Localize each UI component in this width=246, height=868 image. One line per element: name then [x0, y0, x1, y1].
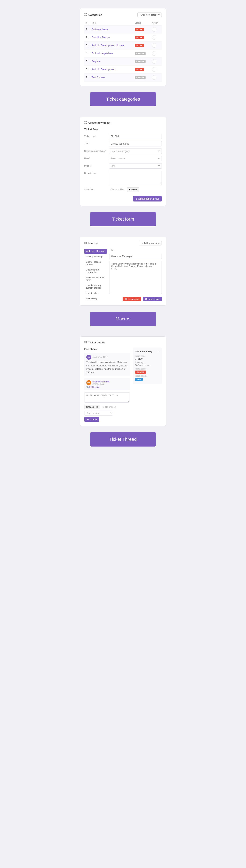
ticket-form-card: Create new ticket Ticket Form Ticket cod… [80, 117, 166, 206]
priority-row: Priority Low [84, 163, 162, 168]
no-file-label: No file chosen [102, 406, 116, 408]
table-row: 6Android DevelopmentActivei [84, 65, 162, 73]
row-action: i [150, 58, 162, 65]
macro-body[interactable]: Thank you very much for writing to us. T… [109, 261, 162, 294]
msg-date-1: Jun 08 Jun 2022 [93, 356, 108, 359]
row-title: Test Course [90, 73, 133, 82]
post-reply-button[interactable]: Post reply [84, 417, 99, 422]
macro-list-item[interactable]: Unable tasking custom project [84, 283, 107, 290]
ticket-form-header-left: Create new ticket [84, 121, 110, 124]
macro-list-item[interactable]: Waiting Message [84, 254, 107, 259]
submit-button[interactable]: Submit support ticket [133, 196, 162, 202]
delete-macro-button[interactable]: Delete macro [122, 297, 141, 301]
macro-title-input[interactable] [109, 254, 162, 259]
msg-date-2: 27 May 2022 [93, 383, 109, 385]
grid-icon [84, 13, 87, 17]
update-macro-button[interactable]: Update macro [143, 297, 162, 301]
row-status: Inactive [133, 50, 150, 58]
row-status: Inactive [133, 58, 150, 65]
categories-section-label: Ticket categories [90, 92, 156, 106]
macros-card-header: Macros + Add new macro [84, 241, 162, 245]
macro-list-item[interactable]: Web Design [84, 296, 107, 301]
ticket-layout: File check JD Jun 08 Jun 2022 This is a … [84, 347, 162, 422]
row-action: i [150, 73, 162, 82]
ticket-details-title: Ticket details [89, 341, 105, 344]
ticket-code-input[interactable] [109, 134, 162, 139]
status-badge: Inactive [135, 76, 146, 79]
summary-status-row: Ticket status Opened [135, 368, 160, 374]
row-num: 4 [84, 50, 90, 58]
action-button[interactable]: i [152, 51, 156, 56]
message-block-2: MR Mazrur Rahman 27 May 2022 📎 800953.jp… [84, 378, 130, 390]
ticket-form-section-label: Ticket form [90, 212, 156, 226]
macros-section-label: Macros [90, 312, 156, 326]
summary-expand-icon[interactable]: ↑ [158, 349, 160, 353]
ticket-main: File check JD Jun 08 Jun 2022 This is a … [84, 347, 130, 422]
title-input[interactable] [109, 141, 162, 147]
macro-list-item[interactable]: Cpanel access request [84, 259, 107, 267]
status-badge: Inactive [135, 60, 146, 63]
action-button[interactable]: i [152, 67, 156, 72]
title-row: Title * [84, 141, 162, 147]
msg-author-2: MR Mazrur Rahman 27 May 2022 [86, 380, 128, 385]
summary-status-key: Ticket status [135, 368, 160, 370]
ticket-code-row: Ticket code [84, 134, 162, 139]
action-button[interactable]: i [152, 43, 156, 48]
summary-code-val: 742139 [135, 358, 160, 360]
message-block-1: JD Jun 08 Jun 2022 This is a file permis… [84, 353, 130, 376]
summary-priority-row: Ticket priority New [135, 375, 160, 381]
description-label: Description [84, 171, 107, 175]
svg-rect-5 [86, 121, 87, 122]
macro-list-item[interactable]: Update Macro [84, 291, 107, 296]
ticket-thread-title: File check [84, 347, 130, 351]
svg-rect-15 [86, 342, 87, 343]
table-row: 5BeginnerInactivei [84, 58, 162, 65]
reply-textarea[interactable] [84, 392, 130, 403]
action-button[interactable]: i [152, 27, 156, 32]
summary-card: Ticket summary ↑ Ticket code 742139 Cate… [133, 347, 162, 384]
row-title: Android Development Update [90, 41, 133, 50]
browse-button[interactable]: Browse [127, 187, 139, 192]
macro-list-item[interactable]: Welcome Message [84, 249, 107, 254]
add-macro-button[interactable]: + Add new macro [140, 241, 162, 245]
row-action: i [150, 33, 162, 41]
svg-rect-6 [84, 123, 85, 124]
row-title: Graphics Design [90, 33, 133, 41]
file-input-row: Choose File Browse [109, 187, 139, 192]
summary-status-badge: Opened [135, 371, 146, 374]
avatar-1: JD [86, 355, 91, 360]
summary-code-key: Ticket code [135, 355, 160, 357]
status-badge: Inactive [135, 52, 146, 55]
user-select[interactable]: Select a user [109, 156, 162, 161]
row-status: Active [133, 26, 150, 33]
categories-card: Categories + Add new category # Title St… [80, 8, 166, 86]
add-category-button[interactable]: + Add new category [137, 12, 162, 17]
table-row: 2Graphics DesignActivei [84, 33, 162, 41]
svg-rect-9 [86, 242, 87, 243]
category-select[interactable]: Select a category [109, 149, 162, 154]
macro-list-item[interactable]: Customer not responding [84, 267, 107, 275]
status-badge: Active [135, 68, 144, 71]
action-button[interactable]: i [152, 75, 156, 80]
col-num: # [84, 20, 90, 26]
macros-card: Macros + Add new macro Welcome MessageWa… [80, 237, 166, 306]
macro-list-item[interactable]: 500 Internal server error [84, 275, 107, 282]
ticket-details-header-left: Ticket details [84, 341, 105, 344]
user-label: User* [84, 156, 107, 160]
row-action: i [150, 41, 162, 50]
action-button[interactable]: i [152, 59, 156, 64]
priority-select[interactable]: Low [109, 163, 162, 168]
description-textarea[interactable] [109, 171, 162, 185]
status-badge: Active [135, 36, 144, 39]
choose-file-button[interactable]: Choose File [84, 405, 100, 409]
summary-category-row: Category Software issue [135, 361, 160, 366]
table-row: 1Software IssueActivei [84, 26, 162, 33]
summary-priority-badge: New [135, 378, 143, 381]
apply-macro-select[interactable]: Apply macro [84, 411, 113, 415]
action-button[interactable]: i [152, 35, 156, 40]
title-label: Title * [84, 141, 107, 145]
priority-label: Priority [84, 163, 107, 167]
row-num: 6 [84, 65, 90, 73]
summary-title: Ticket summary ↑ [135, 349, 160, 353]
row-num: 5 [84, 58, 90, 65]
